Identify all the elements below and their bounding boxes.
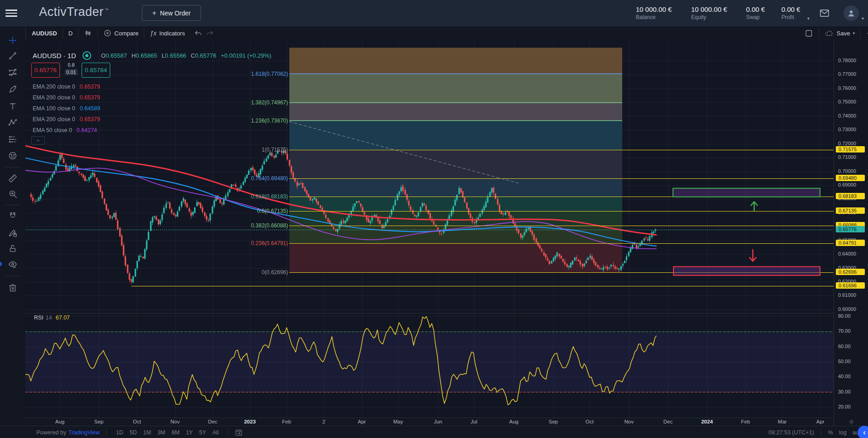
price-axis-label: 0.69000 xyxy=(838,182,856,187)
indicators-button[interactable]: ƒx Indicators xyxy=(150,30,185,37)
price-chart-canvas[interactable] xyxy=(25,40,834,418)
range-button-1y[interactable]: 1Y xyxy=(186,429,193,436)
interval-button[interactable]: D xyxy=(68,30,73,37)
time-axis-label: 2 xyxy=(322,419,325,424)
chart-style-icon[interactable] xyxy=(84,29,92,37)
redo-icon[interactable] xyxy=(206,29,214,37)
zoom-in-icon[interactable] xyxy=(8,189,18,199)
menu-icon[interactable] xyxy=(5,8,17,19)
range-button-6m[interactable]: 6M xyxy=(172,429,180,436)
equity-metric: 10 000.00 €Equity xyxy=(691,5,727,21)
legend-symbol[interactable]: AUDUSD · 1D xyxy=(33,52,76,59)
price-level-highlight[interactable]: 0.71575 xyxy=(836,146,865,153)
sell-bid-button[interactable]: 0.65776 xyxy=(31,63,60,78)
axis-settings-icon xyxy=(848,418,855,425)
price-level-highlight[interactable]: 0.64791 xyxy=(836,240,865,246)
range-button-5d[interactable]: 5D xyxy=(130,429,137,436)
crosshair-icon[interactable] xyxy=(8,35,18,45)
symbol-button[interactable]: AUDUSD xyxy=(32,30,57,37)
emoji-icon[interactable] xyxy=(8,151,18,161)
fx-icon: ƒx xyxy=(150,30,156,37)
remove-drawings-icon[interactable] xyxy=(8,283,18,293)
rsi-axis-label: 40.00 xyxy=(838,374,851,379)
change-value: +0.00191 (+0.29%) xyxy=(221,52,271,59)
price-axis-label: 0.74000 xyxy=(838,113,856,118)
collapse-legend-button[interactable] xyxy=(31,136,45,145)
ohlc-item: O0.65587 xyxy=(101,52,127,59)
axis-settings-corner[interactable] xyxy=(834,418,868,426)
trend-line-icon[interactable] xyxy=(8,51,18,61)
time-axis-label: Oct xyxy=(133,419,141,424)
forecast-icon[interactable] xyxy=(8,134,18,144)
mail-icon[interactable] xyxy=(819,8,830,20)
go-to-date-icon[interactable] xyxy=(235,428,243,436)
fib-level-label: 1(0.71575) xyxy=(262,147,288,153)
buy-ask-button[interactable]: 0.65784 xyxy=(82,63,110,78)
rsi-value: 67.07 xyxy=(56,315,70,321)
time-axis[interactable]: AugSepOctNovDec2023Feb2AprMayJunJulAugSe… xyxy=(25,418,834,426)
fib-level-label: 0.5(0.67135) xyxy=(257,208,288,214)
account-avatar[interactable] xyxy=(844,5,859,21)
percent-scale-toggle[interactable]: % xyxy=(828,429,833,436)
lot-size[interactable]: 0.01 xyxy=(65,69,77,75)
brush-icon[interactable] xyxy=(8,84,18,94)
time-axis-label: Nov xyxy=(624,419,634,424)
time-axis-label: Apr xyxy=(816,419,824,424)
powered-by-label: Powered by xyxy=(36,429,66,436)
magnet-icon[interactable] xyxy=(8,211,18,221)
log-scale-toggle[interactable]: log xyxy=(839,429,847,436)
range-button-3m[interactable]: 3M xyxy=(157,429,165,436)
account-caret-icon[interactable]: ▾ xyxy=(862,16,864,21)
price-level-highlight[interactable]: 0.61696 xyxy=(836,282,865,289)
ema-legend-row[interactable]: EMA 50 close 00.64274 xyxy=(33,127,97,133)
gann-fib-icon[interactable] xyxy=(8,68,18,78)
metrics-caret-icon[interactable]: ▾ xyxy=(807,16,809,21)
price-level-highlight[interactable]: 0.67135 xyxy=(836,207,865,214)
price-level-highlight[interactable]: 0.69480 xyxy=(836,175,865,181)
time-axis-label: Sep xyxy=(94,419,103,424)
new-order-button[interactable]: + New Order xyxy=(142,5,201,21)
price-axis[interactable]: 0.780000.770000.760000.750000.740000.730… xyxy=(834,40,868,418)
spread-widget: 0.8 0.01 xyxy=(63,62,80,75)
compare-button[interactable]: Compare xyxy=(103,29,138,37)
range-button-1d[interactable]: 1D xyxy=(116,429,123,436)
price-level-highlight[interactable]: 0.62696 xyxy=(836,269,865,275)
measure-ruler-icon[interactable] xyxy=(8,173,18,183)
ema-legend-row[interactable]: EMA 200 close 00.65379 xyxy=(33,94,100,101)
drawing-pencil-lock-icon[interactable] xyxy=(8,228,18,238)
sidebar-divider xyxy=(5,205,20,205)
range-button-all[interactable]: All xyxy=(213,429,219,436)
collapse-panel-fab[interactable]: ‹ xyxy=(858,426,868,438)
ema-legend-row[interactable]: EMA 200 close 00.65379 xyxy=(33,84,100,90)
clock[interactable]: 08:27:53 (UTC+1) xyxy=(768,429,814,436)
tradingview-link[interactable]: TradingView xyxy=(68,429,100,436)
ema-legend-row[interactable]: EMA 200 close 00.65379 xyxy=(33,116,100,123)
plus-icon: + xyxy=(152,9,156,17)
time-axis-label: Apr xyxy=(358,419,366,424)
price-axis-label: 0.61000 xyxy=(838,292,856,298)
cloud-save-button[interactable]: Save ▾ xyxy=(824,29,855,38)
undo-icon[interactable] xyxy=(194,29,202,37)
drawing-tools-sidebar: › xyxy=(0,26,26,426)
range-button-1m[interactable]: 1M xyxy=(143,429,151,436)
rsi-legend: RSI1467.07 xyxy=(34,315,70,321)
ema-legend-row[interactable]: EMA 100 close 00.64589 xyxy=(33,105,100,112)
range-button-5y[interactable]: 5Y xyxy=(199,429,206,436)
price-axis-label: 0.64000 xyxy=(838,251,856,256)
xabcd-pattern-icon[interactable] xyxy=(8,118,18,128)
chart-settings-icon[interactable] xyxy=(866,29,868,38)
time-axis-label: Nov xyxy=(171,419,180,424)
open-panel-chevron-icon[interactable]: › xyxy=(0,259,2,269)
price-level-highlight[interactable]: 0.68183 xyxy=(836,193,865,199)
save-caret-icon: ▾ xyxy=(853,31,855,35)
price-axis-label: 0.60000 xyxy=(838,306,856,312)
layout-select-icon[interactable] xyxy=(805,29,813,38)
lock-icon[interactable] xyxy=(8,244,18,254)
time-axis-label: Jun xyxy=(434,419,443,424)
time-axis-label: Mar xyxy=(778,419,787,424)
market-open-icon[interactable] xyxy=(83,51,91,60)
text-icon[interactable] xyxy=(8,101,18,111)
spread-value: 0.8 xyxy=(63,62,80,68)
hide-drawings-icon[interactable] xyxy=(8,260,18,270)
price-axis-label: 0.71000 xyxy=(838,154,856,160)
